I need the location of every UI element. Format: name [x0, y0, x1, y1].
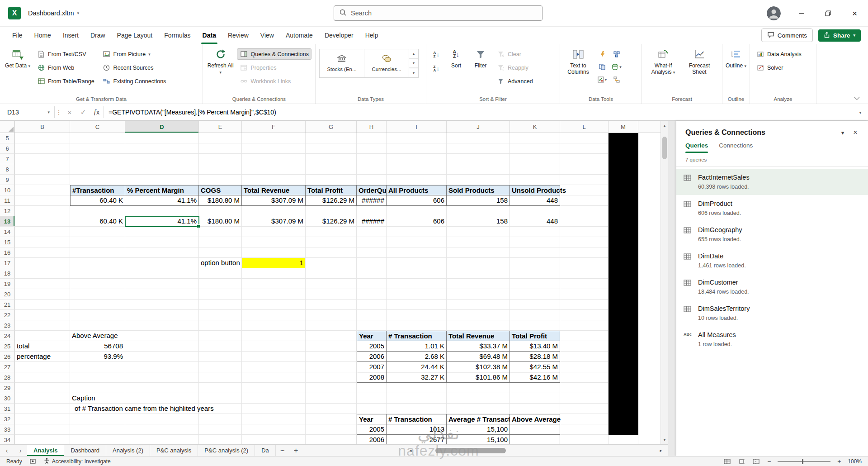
from-picture-button[interactable]: From Picture ▾: [100, 48, 169, 60]
cell-E15[interactable]: [199, 237, 242, 247]
cell-E26[interactable]: [199, 352, 242, 362]
cell-B28[interactable]: [15, 372, 70, 383]
cell-F25[interactable]: [242, 341, 306, 352]
filter-button[interactable]: Filter: [470, 46, 491, 94]
cell-L32[interactable]: [560, 414, 609, 424]
cell-F34[interactable]: [242, 435, 306, 444]
cell-H24[interactable]: Year: [357, 331, 387, 341]
cell-E22[interactable]: [199, 310, 242, 320]
cell-C19[interactable]: [70, 279, 125, 289]
cell-E14[interactable]: [199, 227, 242, 237]
cell-B7[interactable]: [15, 154, 70, 164]
cell-C6[interactable]: [70, 143, 125, 154]
cell-F16[interactable]: [242, 247, 306, 258]
cell-H13[interactable]: ######: [357, 216, 387, 227]
cell-B29[interactable]: [15, 383, 70, 393]
cell-C13[interactable]: 60.40 K: [70, 216, 125, 227]
cell-K15[interactable]: [510, 237, 560, 247]
cell-H25[interactable]: 2005: [357, 341, 387, 352]
cell-B13[interactable]: [15, 216, 70, 227]
cell-E28[interactable]: [199, 372, 242, 383]
cell-E13[interactable]: $180.80 M: [199, 216, 242, 227]
cell-H19[interactable]: [357, 279, 387, 289]
cell-I22[interactable]: [387, 310, 447, 320]
cell-G17[interactable]: [306, 258, 357, 268]
cell-L34[interactable]: [560, 435, 609, 444]
cell-B17[interactable]: [15, 258, 70, 268]
col-header-J[interactable]: J: [447, 121, 510, 133]
sheet-nav-left[interactable]: ‹: [0, 445, 14, 456]
cell-J26[interactable]: $69.48 M: [447, 352, 510, 362]
horizontal-scrollbar[interactable]: ◂ ▸: [407, 447, 665, 454]
cell-D9[interactable]: [125, 175, 199, 185]
cell-E10[interactable]: COGS: [199, 185, 242, 195]
cell-E11[interactable]: $180.80 M: [199, 195, 242, 206]
cell-L21[interactable]: [560, 300, 609, 310]
col-header-B[interactable]: B: [15, 121, 70, 133]
query-item-all-measures[interactable]: ABcAll Measures1 row loaded.: [676, 326, 868, 352]
sheet-tab-analysis-2[interactable]: Analysis (2): [106, 445, 150, 456]
col-header-G[interactable]: G: [306, 121, 357, 133]
cell-I33[interactable]: 1013: [387, 424, 447, 435]
cell-B6[interactable]: [15, 143, 70, 154]
cell-C33[interactable]: [70, 424, 125, 435]
cell-L18[interactable]: [560, 268, 609, 279]
cell-F22[interactable]: [242, 310, 306, 320]
cell-F19[interactable]: [242, 279, 306, 289]
sort-descending-button[interactable]: ZA ↓: [430, 63, 443, 74]
cell-C18[interactable]: [70, 268, 125, 279]
ribbon-tab-page-layout[interactable]: Page Layout: [111, 27, 159, 44]
cell-H6[interactable]: [357, 143, 387, 154]
cell-L30[interactable]: [560, 393, 609, 404]
what-if-analysis-button[interactable]: What-If Analysis ▾: [646, 46, 681, 94]
cell-G31[interactable]: [306, 404, 357, 414]
cell-D24[interactable]: [125, 331, 199, 341]
cell-B19[interactable]: [15, 279, 70, 289]
col-header-C[interactable]: C: [70, 121, 125, 133]
cell-I12[interactable]: [387, 206, 447, 216]
cell-C21[interactable]: [70, 300, 125, 310]
cell-F29[interactable]: [242, 383, 306, 393]
cell-D32[interactable]: [125, 414, 199, 424]
cell-G14[interactable]: [306, 227, 357, 237]
cell-B34[interactable]: [15, 435, 70, 444]
cell-B18[interactable]: [15, 268, 70, 279]
query-item-dimdate[interactable]: DimDate1,461 rows loaded.: [676, 247, 868, 274]
row-header-13[interactable]: 13: [0, 216, 15, 227]
cell-D22[interactable]: [125, 310, 199, 320]
cell-D13[interactable]: 41.1%: [125, 216, 199, 227]
cell-G10[interactable]: Total Profit: [306, 185, 357, 195]
ribbon-tab-automate[interactable]: Automate: [280, 27, 319, 44]
cell-G33[interactable]: [306, 424, 357, 435]
ribbon-tab-file[interactable]: File: [6, 27, 28, 44]
row-header-26[interactable]: 26: [0, 352, 15, 362]
cell-F20[interactable]: [242, 289, 306, 300]
document-title[interactable]: Dashboard.xltm ▾: [28, 10, 79, 17]
row-header-10[interactable]: 10: [0, 185, 15, 195]
cell-H31[interactable]: [357, 404, 387, 414]
page-layout-button[interactable]: [737, 459, 746, 464]
refresh-all-button[interactable]: Refresh All ▾: [207, 46, 234, 94]
cell-I18[interactable]: [387, 268, 447, 279]
cell-D30[interactable]: [125, 393, 199, 404]
row-header-12[interactable]: 12: [0, 206, 15, 216]
cell-B23[interactable]: [15, 320, 70, 331]
cell-D19[interactable]: [125, 279, 199, 289]
cell-E18[interactable]: [199, 268, 242, 279]
cell-H23[interactable]: [357, 320, 387, 331]
row-header-21[interactable]: 21: [0, 300, 15, 310]
cell-E29[interactable]: [199, 383, 242, 393]
hscroll-right-arrow[interactable]: ▸: [657, 448, 665, 453]
advanced-filter-button[interactable]: Advanced: [494, 76, 536, 87]
cell-G30[interactable]: [306, 393, 357, 404]
cell-J32[interactable]: Average # Transaction: [447, 414, 510, 424]
row-header-11[interactable]: 11: [0, 195, 15, 206]
cell-C10[interactable]: #Transaction: [70, 185, 125, 195]
cell-H32[interactable]: Year: [357, 414, 387, 424]
cell-B31[interactable]: [15, 404, 70, 414]
cell-E16[interactable]: [199, 247, 242, 258]
cell-G24[interactable]: [306, 331, 357, 341]
cell-G34[interactable]: [306, 435, 357, 444]
cell-K13[interactable]: 448: [510, 216, 560, 227]
cell-L28[interactable]: [560, 372, 609, 383]
